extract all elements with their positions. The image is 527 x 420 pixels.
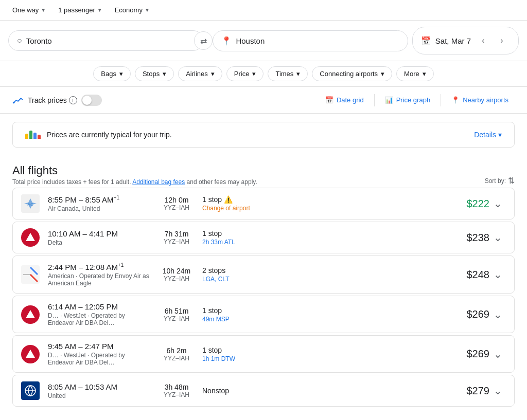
flight-airline: Delta — [48, 239, 151, 246]
flight-time-col: 8:05 AM – 10:53 AM United — [48, 382, 151, 399]
date-field[interactable]: 📅 Sat, Mar 7 ‹ › — [412, 27, 519, 54]
flights-subtitle: Total price includes taxes + fees for 1 … — [12, 178, 257, 186]
expand-button[interactable]: ⌄ — [489, 266, 506, 283]
flight-row[interactable]: AC 8:55 PM – 8:55 AM+1 Air Canada, Unite… — [12, 188, 515, 220]
filter-bags[interactable]: Bags ▾ — [93, 66, 131, 81]
flight-stops: 2 stops — [202, 266, 285, 275]
price-graph-button[interactable]: 📊 Price graph — [379, 93, 436, 107]
top-bar: One way ▼ 1 passenger ▼ Economy ▼ — [0, 0, 527, 21]
swap-button[interactable]: ⇄ — [194, 31, 213, 50]
airline-logo — [21, 381, 40, 400]
svg-point-0 — [13, 101, 15, 103]
toggle-knob — [82, 96, 92, 105]
filter-airlines[interactable]: Airlines ▾ — [178, 66, 222, 81]
nearby-airports-button[interactable]: 📍 Nearby airports — [445, 93, 515, 107]
flight-price-col: $222 — [285, 198, 489, 210]
flight-price-col: $238 — [285, 232, 489, 244]
flight-price: $238 — [285, 232, 489, 244]
origin-field[interactable]: ○ Toronto — [8, 30, 203, 51]
track-prices-label: Track prices i — [28, 96, 77, 104]
flight-row[interactable]: 10:10 AM – 4:41 PM Delta 7h 31m YYZ–IAH … — [12, 222, 515, 253]
svg-text:AC: AC — [27, 202, 33, 207]
airline-logo — [21, 228, 40, 247]
airline-logo — [21, 305, 40, 324]
view-buttons: 📅 Date grid 📊 Price graph 📍 Nearby airpo… — [319, 93, 515, 107]
flight-route: YYZ–IAH — [151, 355, 202, 362]
filter-more[interactable]: More ▾ — [396, 66, 434, 81]
passengers-chevron: ▼ — [97, 7, 102, 13]
expand-button[interactable]: ⌄ — [489, 346, 506, 362]
flight-route: YYZ–IAH — [151, 315, 202, 322]
details-button[interactable]: Details ▾ — [474, 131, 502, 139]
track-prices-icon — [12, 95, 24, 106]
filter-price-chevron: ▾ — [252, 70, 256, 78]
origin-icon: ○ — [17, 36, 22, 45]
flight-duration-col: 12h 0m YYZ–IAH — [151, 196, 202, 211]
flight-stops-col: 1 stop 2h 33m ATL — [202, 229, 285, 246]
flight-duration: 3h 48m — [151, 383, 202, 391]
flights-list: AC 8:55 PM – 8:55 AM+1 Air Canada, Unite… — [12, 188, 515, 407]
expand-button[interactable]: ⌄ — [489, 229, 506, 246]
flight-duration-col: 7h 31m YYZ–IAH — [151, 230, 202, 245]
class-label: Economy — [115, 6, 143, 14]
flight-stops: Nonstop — [202, 387, 285, 395]
filter-price[interactable]: Price ▾ — [226, 66, 264, 81]
flight-stops: 1 stop — [202, 306, 285, 315]
flight-row[interactable]: 9:45 AM – 2:47 PM D… · WestJet · Operate… — [12, 335, 515, 373]
destination-value: Houston — [236, 36, 265, 45]
sort-icon[interactable]: ⇅ — [508, 176, 515, 186]
origin-value: Toronto — [26, 36, 52, 45]
flight-row[interactable]: 2:44 PM – 12:08 AM+1 American · Operated… — [12, 255, 515, 294]
filter-bags-chevron: ▾ — [119, 70, 123, 78]
filter-times[interactable]: Times ▾ — [268, 66, 308, 81]
flights-header: All flights Total price includes taxes +… — [12, 156, 515, 188]
flight-stops-col: 1 stop ⚠️ Change of airport — [202, 195, 285, 212]
flight-duration: 10h 24m — [151, 267, 202, 275]
date-next-button[interactable]: › — [494, 32, 510, 49]
filter-airlines-chevron: ▾ — [211, 70, 215, 78]
flight-route: YYZ–IAH — [151, 204, 202, 211]
flight-duration-col: 3h 48m YYZ–IAH — [151, 383, 202, 398]
date-grid-button[interactable]: 📅 Date grid — [319, 93, 370, 107]
flight-price: $222 — [285, 198, 489, 210]
filter-connecting[interactable]: Connecting airports ▾ — [312, 66, 392, 81]
date-grid-icon: 📅 — [325, 96, 333, 104]
track-prices-info[interactable]: i — [69, 96, 77, 104]
flight-time: 6:14 AM – 12:05 PM — [48, 302, 151, 311]
flight-row[interactable]: 8:05 AM – 10:53 AM United 3h 48m YYZ–IAH… — [12, 375, 515, 407]
filter-stops[interactable]: Stops ▾ — [135, 66, 174, 81]
flight-airline: D… · WestJet · Operated by Endeavor Air … — [48, 352, 151, 366]
flight-stops-col: 2 stops LGA, CLT — [202, 266, 285, 283]
flight-stops-col: 1 stop 49m MSP — [202, 306, 285, 323]
flight-price-col: $279 — [285, 385, 489, 397]
view-divider-2 — [441, 94, 441, 106]
trip-type-selector[interactable]: One way ▼ — [8, 4, 50, 16]
passengers-selector[interactable]: 1 passenger ▼ — [54, 4, 106, 16]
nearby-airports-label: Nearby airports — [463, 96, 508, 104]
filter-more-label: More — [404, 70, 419, 78]
expand-button[interactable]: ⌄ — [489, 306, 506, 323]
expand-button[interactable]: ⌄ — [489, 195, 506, 212]
trip-type-label: One way — [12, 6, 39, 14]
filter-times-label: Times — [275, 70, 293, 78]
flight-time-col: 10:10 AM – 4:41 PM Delta — [48, 229, 151, 246]
price-banner: Prices are currently typical for your tr… — [12, 122, 515, 148]
destination-field[interactable]: 📍 Houston — [213, 30, 408, 51]
flight-time-col: 8:55 PM – 8:55 AM+1 Air Canada, United — [48, 195, 151, 212]
flight-airline: D… · WestJet · Operated by Endeavor Air … — [48, 312, 151, 326]
svg-marker-9 — [26, 350, 35, 358]
track-prices-toggle[interactable] — [81, 95, 102, 106]
flight-time-col: 2:44 PM – 12:08 AM+1 American · Operated… — [48, 262, 151, 287]
expand-button[interactable]: ⌄ — [489, 382, 506, 399]
class-selector[interactable]: Economy ▼ — [111, 4, 154, 16]
date-value: Sat, Mar 7 — [435, 36, 471, 45]
price-graph-label: Price graph — [396, 96, 430, 104]
flight-row[interactable]: 6:14 AM – 12:05 PM D… · WestJet · Operat… — [12, 296, 515, 333]
additional-fees-link[interactable]: Additional bag fees — [132, 178, 185, 186]
filter-stops-label: Stops — [143, 70, 160, 78]
flight-duration-col: 10h 24m YYZ–IAH — [151, 267, 202, 282]
flight-price: $269 — [285, 308, 489, 320]
filter-stops-chevron: ▾ — [163, 70, 166, 78]
airline-logo — [21, 345, 40, 363]
date-prev-button[interactable]: ‹ — [475, 32, 491, 49]
